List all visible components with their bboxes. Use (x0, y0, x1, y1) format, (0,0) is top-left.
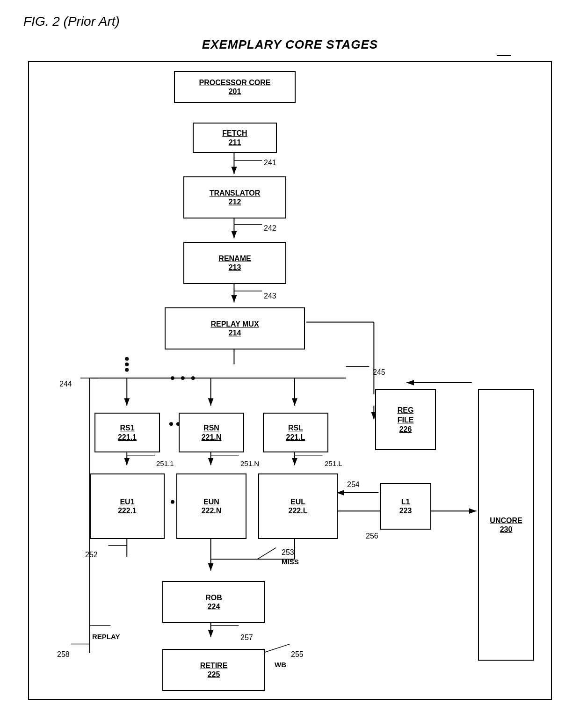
ref-258: 258 (57, 650, 70, 659)
svg-line-31 (257, 548, 276, 559)
diagram-svg (29, 62, 551, 699)
fetch-box: FETCH 211 (193, 123, 277, 153)
rename-label: RENAME (218, 254, 251, 264)
svg-point-46 (191, 376, 195, 380)
wb-label: WB (275, 661, 286, 669)
svg-point-53 (169, 422, 173, 426)
ref-253: 253 (282, 548, 294, 557)
uncore-box: UNCORE 230 (478, 389, 534, 661)
ref-256: 256 (366, 532, 378, 540)
rsl-box: RSL 221.L (263, 413, 328, 452)
ref-243: 243 (264, 292, 276, 300)
rob-box: ROB 224 (162, 581, 265, 623)
eun-label: EUN (203, 497, 219, 507)
translator-num: 212 (229, 198, 241, 206)
reg-file-num: 226 (399, 425, 412, 434)
rename-box: RENAME 213 (183, 242, 286, 284)
eun-box: EUN 222.N (176, 473, 246, 539)
ref-254: 254 (347, 480, 360, 489)
reg-file-box: REG FILE 226 (375, 389, 436, 450)
rsn-num: 221.N (202, 433, 222, 442)
svg-point-49 (125, 357, 129, 361)
ref-251-1: 251.1 (156, 459, 174, 467)
processor-core-num: 201 (229, 87, 241, 96)
eun-num: 222.N (202, 507, 222, 515)
ref-251-n: 251.N (240, 459, 259, 467)
svg-point-44 (171, 376, 174, 380)
miss-label: MISS (282, 558, 299, 566)
ref-245: 245 (373, 368, 385, 377)
reg-file-label: REG FILE (398, 406, 414, 425)
svg-point-48 (125, 368, 129, 372)
replay-mux-box: REPLAY MUX 214 (165, 307, 305, 349)
rob-num: 224 (208, 603, 220, 611)
uncore-label: UNCORE (490, 516, 522, 526)
ref-242: 242 (264, 224, 276, 233)
replay-mux-num: 214 (229, 329, 241, 337)
svg-point-45 (181, 376, 185, 380)
main-diagram: PROCESSOR CORE 201 FETCH 211 241 TRANSLA… (28, 61, 552, 700)
ref-244: 244 (59, 380, 72, 388)
translator-box: TRANSLATOR 212 (183, 176, 286, 218)
diagram-title: EXEMPLARY CORE STAGES (0, 37, 580, 52)
ref-252: 252 (85, 551, 98, 559)
fetch-num: 211 (229, 138, 241, 147)
svg-point-47 (125, 363, 129, 366)
retire-label: RETIRE (200, 661, 228, 671)
rs1-num: 221.1 (118, 433, 137, 442)
processor-core-box: PROCESSOR CORE 201 (174, 71, 296, 103)
rsn-label: RSN (203, 423, 219, 433)
rsn-box: RSN 221.N (179, 413, 244, 452)
retire-num: 225 (208, 670, 220, 679)
retire-box: RETIRE 225 (162, 649, 265, 691)
eu1-label: EU1 (120, 497, 134, 507)
eul-box: EUL 222.L (258, 473, 338, 539)
l1-box: L1 223 (380, 483, 431, 530)
eu1-box: EU1 222.1 (90, 473, 165, 539)
ref-251-l: 251.L (325, 459, 342, 467)
ref-257: 257 (240, 633, 253, 642)
eu1-num: 222.1 (118, 507, 137, 515)
svg-point-50 (171, 500, 174, 504)
rsl-num: 221.L (286, 433, 305, 442)
replay-label: REPLAY (92, 633, 120, 641)
svg-line-39 (262, 644, 290, 653)
ref-241: 241 (264, 159, 276, 167)
ref-255: 255 (291, 650, 304, 659)
eul-label: EUL (290, 497, 305, 507)
rename-num: 213 (229, 263, 241, 272)
uncore-num: 230 (500, 525, 513, 534)
l1-num: 223 (399, 507, 412, 515)
fetch-label: FETCH (222, 129, 247, 138)
rs1-label: RS1 (120, 423, 134, 433)
replay-mux-label: REPLAY MUX (210, 320, 259, 329)
rs1-box: RS1 221.1 (94, 413, 160, 452)
l1-label: L1 (401, 497, 410, 507)
rsl-label: RSL (288, 423, 303, 433)
eul-num: 222.L (289, 507, 308, 515)
page-title: FIG. 2 (Prior Art) (23, 14, 120, 29)
processor-core-label: PROCESSOR CORE (199, 78, 271, 88)
translator-label: TRANSLATOR (210, 189, 261, 198)
rob-label: ROB (205, 593, 222, 603)
